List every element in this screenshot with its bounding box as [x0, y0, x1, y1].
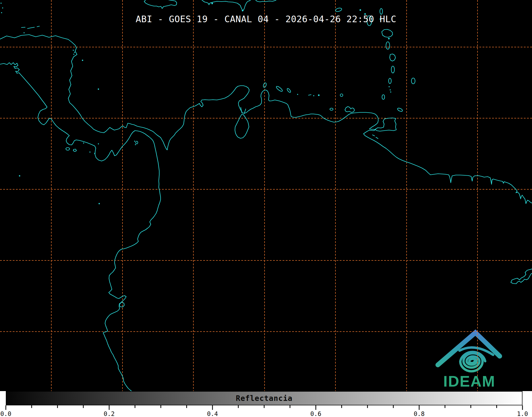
island-antilles-blob: [390, 54, 395, 61]
islands: [21, 7, 415, 307]
colorbar-tick-label: 0.0: [0, 410, 11, 417]
coastline-hispaniola: [202, 0, 251, 11]
island-coiba: [66, 148, 70, 150]
coastline-puerto-rico: [256, 0, 276, 2]
coastlines: [0, 0, 532, 391]
map-canvas: ABI - GOES 19 - CANAL 04 - 2026-04-26 22…: [0, 0, 532, 391]
island-margarita: [345, 107, 354, 112]
colorbar-ticks: 0.00.20.40.60.81.0: [0, 391, 532, 417]
coastline-pacific: [0, 63, 161, 391]
island-las-aves: [308, 95, 311, 95]
ideam-logo-text: IDEAM: [440, 372, 499, 390]
island-antilles-s1: [391, 66, 394, 73]
island-coiba2: [73, 149, 76, 152]
island-puna: [119, 302, 124, 307]
latlon-gridlines: [0, 0, 532, 391]
colorbar-tick-label: 0.6: [310, 410, 321, 417]
island-antilles-s2: [389, 78, 391, 84]
island-st-vincent: [386, 42, 390, 49]
coastline-caribbean: [0, 35, 532, 204]
island-barbados: [411, 78, 415, 84]
colorbar-tick-label: 0.8: [414, 410, 425, 417]
coastline-amazon-mouth: [511, 269, 532, 284]
island-st-lucia: [382, 29, 393, 37]
island-bonaire: [287, 88, 291, 93]
island-grenada: [382, 95, 385, 99]
island-guadeloupe: [335, 7, 342, 12]
map-overlay-svg: [0, 0, 532, 391]
island-curacao: [276, 85, 283, 92]
ideam-logo-icon: [438, 333, 500, 371]
image-title: ABI - GOES 19 - CANAL 04 - 2026-04-26 22…: [0, 14, 532, 24]
colorbar-tick-label: 0.2: [104, 410, 115, 417]
colorbar-tick-label: 0.4: [207, 410, 218, 417]
island-delta-islets: [372, 135, 378, 139]
island-dots: [1, 3, 391, 204]
island-bay-islands: [21, 26, 39, 29]
island-blanquilla: [340, 94, 343, 97]
island-dominica: [380, 8, 383, 14]
island-tobago: [397, 107, 403, 112]
island-aruba: [263, 83, 267, 88]
island-pearl: [136, 141, 138, 144]
colorbar-tick-label: 1.0: [517, 410, 528, 417]
coastline-jamaica: [144, 0, 177, 8]
island-la-orchila: [330, 108, 333, 110]
coastline-lake-maracaibo: [235, 114, 249, 138]
